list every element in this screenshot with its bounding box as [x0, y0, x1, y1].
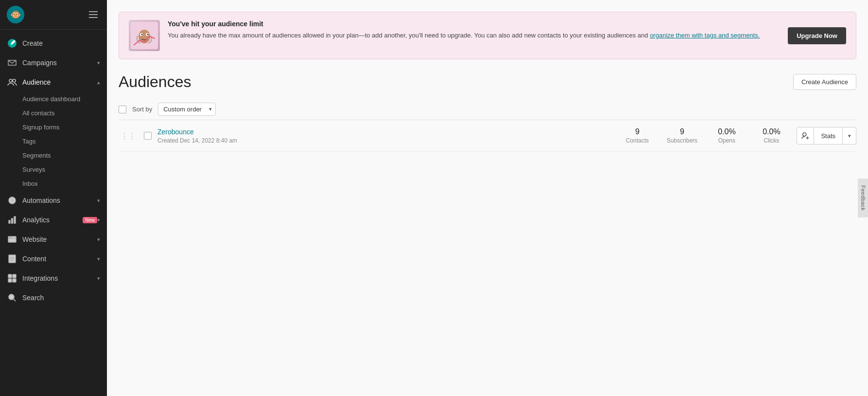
subscribers-stat: 9 Subscribers	[662, 127, 701, 144]
integrations-icon	[7, 273, 17, 284]
sidebar-item-campaigns-label: Campaigns	[22, 59, 97, 67]
banner-text-content: You've hit your audience limit You alrea…	[168, 20, 780, 40]
sidebar-item-create-label: Create	[22, 39, 100, 47]
new-badge: New	[83, 217, 97, 223]
svg-rect-17	[8, 279, 12, 282]
add-contact-button[interactable]	[797, 127, 814, 144]
audience-subnav: Audience dashboard All contacts Signup f…	[0, 92, 107, 191]
sidebar-item-website-label: Website	[22, 235, 97, 243]
audience-created-date: Created Dec 14, 2022 8:40 am	[157, 137, 612, 144]
sidebar-toggle-button[interactable]	[87, 8, 100, 21]
sidebar-item-search[interactable]: Search	[0, 288, 107, 307]
sidebar-item-audience-label: Audience	[22, 78, 97, 86]
banner-description: You already have the max amount of audie…	[168, 31, 780, 40]
main-content: You've hit your audience limit You alrea…	[107, 0, 868, 396]
feedback-tab[interactable]: Feedback	[858, 179, 868, 217]
chevron-down-icon: ▾	[97, 217, 100, 223]
audience-list: ⋮⋮ Zerobounce Created Dec 14, 2022 8:40 …	[107, 120, 868, 152]
pencil-icon	[7, 38, 17, 49]
svg-point-24	[141, 34, 143, 36]
clicks-label: Clicks	[752, 137, 791, 144]
sort-select-wrapper: Custom order Name Date created Contacts	[158, 103, 216, 116]
drag-handle-icon[interactable]: ⋮⋮	[119, 131, 138, 141]
sidebar: 🐵 Create	[0, 0, 107, 396]
analytics-icon	[7, 215, 17, 225]
svg-rect-16	[13, 274, 16, 278]
audience-name-wrap: Zerobounce Created Dec 14, 2022 8:40 am	[157, 127, 612, 144]
stats-dropdown-button[interactable]: ▾	[843, 127, 856, 144]
chevron-down-icon: ▾	[848, 133, 851, 139]
sidebar-item-integrations-label: Integrations	[22, 274, 97, 282]
banner-illustration	[129, 20, 160, 51]
chevron-up-icon: ▴	[97, 79, 100, 86]
chevron-down-icon: ▾	[97, 198, 100, 204]
sidebar-nav: Create Campaigns ▾ A	[0, 30, 107, 396]
svg-rect-2	[89, 11, 98, 12]
add-contact-icon	[801, 131, 810, 140]
sidebar-item-surveys[interactable]: Surveys	[0, 162, 107, 177]
svg-point-6	[9, 79, 12, 82]
svg-rect-18	[13, 279, 16, 282]
subscribers-value: 9	[662, 127, 701, 136]
content-icon	[7, 253, 17, 264]
clicks-stat: 0.0% Clicks	[752, 127, 791, 144]
sidebar-item-content[interactable]: Content ▾	[0, 249, 107, 269]
automations-icon	[7, 195, 17, 206]
organize-link[interactable]: organize them with tags and segments.	[650, 32, 760, 39]
upgrade-now-button[interactable]: Upgrade Now	[788, 27, 846, 44]
chevron-down-icon: ▾	[97, 256, 100, 262]
search-label: Search	[22, 294, 100, 302]
sidebar-item-analytics[interactable]: Analytics New ▾	[0, 210, 107, 230]
sidebar-item-audience-dashboard[interactable]: Audience dashboard	[0, 92, 107, 106]
sidebar-item-inbox[interactable]: Inbox	[0, 177, 107, 191]
mailchimp-logo[interactable]: 🐵	[7, 6, 24, 23]
select-all-checkbox[interactable]	[119, 106, 126, 113]
table-row: ⋮⋮ Zerobounce Created Dec 14, 2022 8:40 …	[119, 120, 856, 152]
svg-rect-9	[12, 218, 13, 223]
svg-point-21	[139, 30, 150, 43]
svg-text:🐵: 🐵	[10, 9, 21, 20]
sidebar-item-automations[interactable]: Automations ▾	[0, 191, 107, 210]
sidebar-item-website[interactable]: Website ▾	[0, 230, 107, 249]
contacts-label: Contacts	[618, 137, 657, 144]
chevron-down-icon: ▾	[97, 236, 100, 243]
campaigns-icon	[7, 57, 17, 68]
audience-icon	[7, 77, 17, 88]
svg-rect-15	[8, 274, 12, 278]
sidebar-item-campaigns[interactable]: Campaigns ▾	[0, 53, 107, 72]
opens-value: 0.0%	[707, 127, 746, 136]
sidebar-item-signup-forms[interactable]: Signup forms	[0, 120, 107, 134]
contacts-stat: 9 Contacts	[618, 127, 657, 144]
sidebar-item-integrations[interactable]: Integrations ▾	[0, 269, 107, 288]
create-audience-button[interactable]: Create Audience	[793, 74, 856, 90]
sidebar-item-segments[interactable]: Segments	[0, 148, 107, 162]
stats-button[interactable]: Stats	[814, 127, 843, 144]
subscribers-label: Subscribers	[662, 137, 701, 144]
audience-name-link[interactable]: Zerobounce	[157, 128, 194, 136]
clicks-value: 0.0%	[752, 127, 791, 136]
sort-bar: Sort by Custom order Name Date created C…	[107, 99, 868, 120]
toggle-icon	[89, 10, 98, 19]
website-icon	[7, 234, 17, 245]
page-header: Audiences Create Audience	[107, 59, 868, 99]
row-actions: Stats ▾	[797, 127, 856, 144]
search-icon	[7, 292, 17, 303]
sidebar-item-create[interactable]: Create	[0, 34, 107, 53]
sidebar-item-automations-label: Automations	[22, 197, 97, 204]
banner-title: You've hit your audience limit	[168, 20, 780, 28]
svg-point-7	[13, 79, 16, 82]
opens-stat: 0.0% Opens	[707, 127, 746, 144]
svg-point-25	[147, 34, 149, 36]
sidebar-item-analytics-label: Analytics	[22, 216, 80, 224]
svg-point-12	[9, 237, 10, 238]
row-checkbox[interactable]	[144, 132, 152, 140]
sidebar-item-all-contacts[interactable]: All contacts	[0, 106, 107, 120]
sidebar-item-tags[interactable]: Tags	[0, 134, 107, 148]
sort-by-label: Sort by	[132, 106, 152, 113]
sort-select[interactable]: Custom order Name Date created Contacts	[158, 103, 216, 116]
svg-point-13	[11, 237, 12, 238]
svg-point-26	[803, 133, 806, 136]
sidebar-item-audience[interactable]: Audience ▴	[0, 72, 107, 92]
audience-limit-banner: You've hit your audience limit You alrea…	[119, 12, 856, 59]
svg-rect-3	[89, 14, 98, 15]
